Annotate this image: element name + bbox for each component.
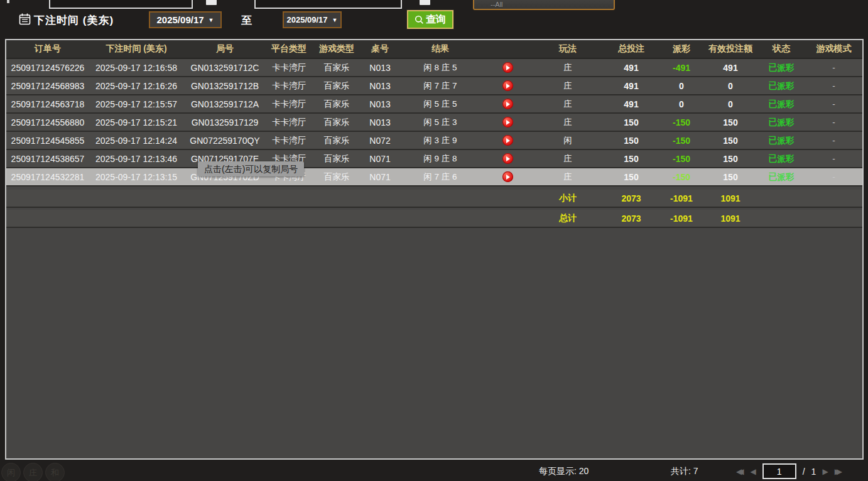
prev-page-icon[interactable]: ◀ xyxy=(750,465,756,478)
subtotal-payout: -1091 xyxy=(659,193,703,203)
table-row[interactable]: 250917124563718 2025-09-17 12:15:57 GN01… xyxy=(6,95,862,114)
cell-mode: - xyxy=(805,172,862,181)
cell-order: 250917124568983 xyxy=(6,81,89,91)
col-total: 总投注 xyxy=(603,43,659,55)
cell-status: 已派彩 xyxy=(757,171,805,183)
filter-bar: 下注时间 (美东) 2025/09/17 ▼ 至 2025/09/17 ▼ 查询 xyxy=(0,9,868,31)
cell-replay xyxy=(482,62,533,73)
cell-table: N013 xyxy=(362,81,398,91)
cell-platform: 卡卡湾厅 xyxy=(266,117,312,128)
cell-round[interactable]: GN0132591712A xyxy=(183,99,266,109)
cell-replay xyxy=(482,171,533,182)
table-row[interactable]: 250917124568983 2025-09-17 12:16:26 GN01… xyxy=(6,77,862,95)
to-label: 至 xyxy=(241,13,252,28)
cell-table: N013 xyxy=(362,99,398,109)
cell-time: 2025-09-17 12:13:15 xyxy=(89,172,183,182)
col-game: 游戏类型 xyxy=(312,43,362,55)
grandtotal-row: 总计 2073 -1091 1091 xyxy=(6,210,862,228)
cell-table: N013 xyxy=(362,63,398,73)
cell-total: 150 xyxy=(603,117,659,127)
table-row-highlighted[interactable]: 250917124532281 2025-09-17 12:13:15 GN07… xyxy=(6,168,862,186)
table-row[interactable]: 250917124545855 2025-09-17 12:14:24 GN07… xyxy=(6,132,862,150)
cell-platform: 卡卡湾厅 xyxy=(266,135,312,146)
cell-time: 2025-09-17 12:14:24 xyxy=(89,136,183,146)
cell-valid: 0 xyxy=(703,99,757,109)
cell-order: 250917124545855 xyxy=(6,136,89,146)
cell-time: 2025-09-17 12:15:57 xyxy=(89,99,183,109)
page-separator: / xyxy=(803,467,805,477)
cell-play: 庄 xyxy=(533,117,603,128)
grandtotal-payout: -1091 xyxy=(659,213,703,224)
copy-round-tooltip: 点击(左击)可以复制局号 xyxy=(198,161,304,176)
per-page-indicator: 每页显示: 20 xyxy=(539,466,589,477)
cell-result: 闲 9 庄 8 xyxy=(398,153,482,165)
table-row[interactable]: 250917124538657 2025-09-17 12:13:46 GN07… xyxy=(6,150,862,168)
cell-mode: - xyxy=(805,136,862,145)
cell-valid: 150 xyxy=(703,117,757,127)
cell-replay xyxy=(482,135,533,146)
total-count-indicator: 共计: 7 xyxy=(671,466,698,477)
top-input-2[interactable] xyxy=(254,0,402,9)
betting-history-screen: --All 下注时间 (美东) 2025/09/17 ▼ 至 2025/09/1… xyxy=(0,0,868,481)
grandtotal-label: 总计 xyxy=(533,213,603,224)
cell-result: 闲 7 庄 7 xyxy=(398,80,482,92)
cell-mode: - xyxy=(805,99,862,109)
cell-time: 2025-09-17 12:16:26 xyxy=(89,81,183,91)
background-badge-player: 闲 xyxy=(1,463,21,481)
cell-order: 250917124538657 xyxy=(6,154,89,164)
cell-table: N013 xyxy=(362,117,398,127)
cell-round[interactable]: GN072259170QY xyxy=(183,136,266,146)
replay-icon[interactable] xyxy=(502,80,513,91)
col-mode: 游戏模式 xyxy=(805,43,862,55)
replay-icon[interactable] xyxy=(502,171,513,182)
cell-game: 百家乐 xyxy=(312,117,362,128)
background-badge-banker: 庄 xyxy=(23,463,43,481)
cell-round[interactable]: GN0132591712C xyxy=(183,63,266,73)
table-row[interactable]: 250917124576226 2025-09-17 12:16:58 GN01… xyxy=(6,59,862,77)
replay-icon[interactable] xyxy=(502,117,513,127)
cell-total: 150 xyxy=(603,172,659,182)
col-payout: 派彩 xyxy=(659,43,703,55)
cell-valid: 150 xyxy=(703,154,757,164)
cell-replay xyxy=(482,153,533,164)
cell-round[interactable]: GN01325917129 xyxy=(183,117,266,127)
replay-icon[interactable] xyxy=(502,135,513,146)
cell-order: 250917124576226 xyxy=(6,63,89,73)
replay-icon[interactable] xyxy=(502,153,513,164)
cell-result: 闲 5 庄 5 xyxy=(398,99,482,110)
cell-round[interactable]: GN0132591712B xyxy=(183,81,266,91)
cell-total: 150 xyxy=(603,154,659,164)
col-result: 结果 xyxy=(398,43,482,55)
next-page-icon[interactable]: ▶ xyxy=(822,465,828,478)
date-to-value: 2025/09/17 xyxy=(287,15,328,24)
cell-table: N071 xyxy=(362,172,398,182)
top-icon-2[interactable] xyxy=(420,0,430,5)
total-count-label: 共计: xyxy=(671,466,691,476)
date-to-select[interactable]: 2025/09/17 ▼ xyxy=(283,11,342,28)
top-icon-1[interactable] xyxy=(206,0,217,5)
date-from-select[interactable]: 2025/09/17 ▼ xyxy=(149,11,222,28)
cell-platform: 卡卡湾厅 xyxy=(266,62,312,73)
query-button[interactable]: 查询 xyxy=(407,10,453,29)
replay-icon[interactable] xyxy=(502,99,513,109)
top-dropdown-value: --All xyxy=(491,1,503,8)
last-page-icon[interactable]: ▶▶ xyxy=(835,465,842,478)
cell-order: 250917124556880 xyxy=(6,117,89,127)
cell-mode: - xyxy=(805,154,862,163)
page-number-input[interactable] xyxy=(762,463,796,479)
cell-payout: -150 xyxy=(659,154,703,164)
grandtotal-valid: 1091 xyxy=(703,213,757,224)
first-page-icon[interactable]: ◀◀ xyxy=(736,465,744,478)
cell-play: 庄 xyxy=(533,171,603,183)
cell-play: 庄 xyxy=(533,80,603,92)
cell-result: 闲 7 庄 6 xyxy=(398,171,482,183)
replay-icon[interactable] xyxy=(502,62,513,73)
table-row[interactable]: 250917124556880 2025-09-17 12:15:21 GN01… xyxy=(6,114,862,132)
cell-table: N072 xyxy=(362,136,398,146)
cell-table: N071 xyxy=(362,154,398,164)
table-header-row: 订单号 下注时间 (美东) 局号 平台类型 游戏类型 桌号 结果 玩法 总投注 … xyxy=(6,40,862,59)
cell-valid: 491 xyxy=(703,63,757,73)
top-input-1[interactable] xyxy=(49,0,193,9)
cell-status: 已派彩 xyxy=(757,99,805,110)
cell-mode: - xyxy=(805,81,862,90)
